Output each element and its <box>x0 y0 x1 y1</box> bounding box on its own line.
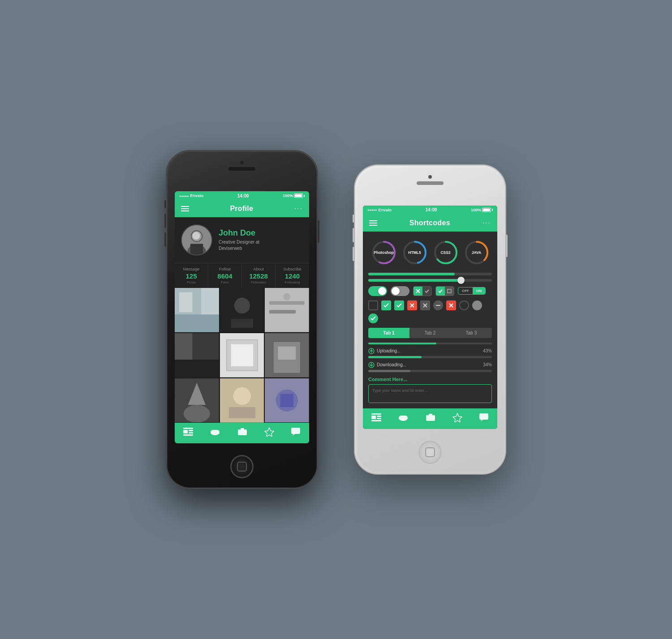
cb-x-red-1[interactable] <box>407 300 417 310</box>
circle-html5: HTML5 <box>402 240 428 266</box>
home-button-right[interactable] <box>418 441 442 464</box>
svg-marker-46 <box>265 428 274 437</box>
camera-dot-right <box>428 175 432 179</box>
nav-news-right[interactable] <box>371 413 381 424</box>
photo-7[interactable] <box>175 378 219 423</box>
action-value-fans: 8604 <box>217 272 232 280</box>
photo-grid <box>175 288 309 422</box>
svg-marker-48 <box>292 434 295 436</box>
phone-right: ●●●●● Envato 14:00 100% Shortcodes <box>354 164 506 475</box>
action-value-following: 1240 <box>285 272 300 280</box>
svg-point-78 <box>402 416 408 420</box>
mute-left[interactable] <box>164 200 166 208</box>
nav-camera-right[interactable] <box>426 413 435 424</box>
nav-chat-left[interactable] <box>291 427 301 438</box>
sliders-section <box>368 273 492 282</box>
upload-pct: 43% <box>483 348 492 353</box>
sq-toggle-1[interactable] <box>413 286 432 296</box>
vol-down-left[interactable] <box>164 232 166 247</box>
nav-cloud-left[interactable] <box>210 428 220 437</box>
action-about[interactable]: About 12528 Followers <box>242 263 276 288</box>
slider-1[interactable] <box>368 273 492 275</box>
cb-circle-gray[interactable] <box>472 300 482 310</box>
nav-camera-left[interactable] <box>237 428 247 438</box>
photo-8[interactable] <box>220 378 264 423</box>
upload-fill <box>368 356 422 358</box>
svg-point-11 <box>234 298 250 314</box>
svg-rect-35 <box>183 428 193 429</box>
power-right[interactable] <box>506 235 508 257</box>
vol-up-left[interactable] <box>164 214 166 228</box>
vol-down-right[interactable] <box>353 247 354 261</box>
slider-1-fill <box>368 273 455 275</box>
more-icon-left[interactable]: ··· <box>294 205 303 213</box>
more-icon-right[interactable]: ··· <box>482 219 491 227</box>
battery-fill-right <box>483 209 490 211</box>
tab-3[interactable]: Tab 3 <box>451 328 492 338</box>
power-left[interactable] <box>318 220 319 243</box>
onoff-toggle[interactable]: OFF ON <box>458 287 486 295</box>
shortcodes-content: Photoshop HTML5 <box>363 232 497 408</box>
upload-track <box>368 356 492 358</box>
circle-java-label: JAVA <box>472 250 481 255</box>
hamburger-icon-right[interactable] <box>369 220 377 226</box>
nav-news-left[interactable] <box>183 428 193 438</box>
toggle-round-off[interactable] <box>391 286 409 296</box>
photo-4[interactable] <box>175 333 219 377</box>
action-message[interactable]: Message 125 Posts <box>175 263 208 288</box>
svg-rect-8 <box>201 288 219 314</box>
cb-check-circle[interactable] <box>368 313 378 323</box>
action-value-posts: 125 <box>185 272 197 280</box>
time-left: 14:00 <box>237 193 249 198</box>
svg-rect-47 <box>291 428 300 434</box>
photo-3[interactable] <box>265 288 309 332</box>
nav-chat-right[interactable] <box>479 413 489 424</box>
cb-x-dark[interactable] <box>420 300 430 310</box>
tab-2[interactable]: Tab 2 <box>409 328 451 338</box>
nav-star-right[interactable] <box>452 413 462 425</box>
circle-photoshop-label: Photoshop <box>374 250 393 255</box>
photo-6[interactable] <box>265 333 309 377</box>
cb-empty[interactable] <box>368 300 378 310</box>
cb-minus[interactable] <box>433 300 443 310</box>
mute-right[interactable] <box>353 214 354 223</box>
cb-checked-1[interactable] <box>381 300 391 310</box>
onoff-on: ON <box>473 287 485 294</box>
comment-label: Comment Here... <box>368 377 492 382</box>
action-subscribe[interactable]: Subscribe 1240 Following <box>276 263 309 288</box>
action-follow[interactable]: Follow 8604 Fans <box>208 263 242 288</box>
sq-toggle-2-inactive <box>445 287 454 296</box>
speaker-left <box>228 167 255 171</box>
svg-rect-14 <box>269 301 305 305</box>
comment-input[interactable]: Type your tweet and hit enter... <box>368 384 492 403</box>
photo-5[interactable] <box>220 333 264 377</box>
signal-carrier-left: ●●●●● Envato <box>179 193 203 198</box>
vol-up-right[interactable] <box>353 228 354 242</box>
svg-rect-15 <box>269 310 296 314</box>
cb-circle-empty[interactable] <box>459 300 469 310</box>
cb-x-red-2[interactable] <box>446 300 456 310</box>
photo-1[interactable] <box>175 288 219 332</box>
svg-rect-45 <box>241 428 244 430</box>
tab-1[interactable]: Tab 1 <box>368 328 409 338</box>
circle-java-progress: JAVA <box>464 240 490 266</box>
battery-pct-left: 100% <box>283 193 293 198</box>
hamburger-icon-left[interactable] <box>181 206 189 211</box>
home-inner-right <box>425 447 435 457</box>
svg-rect-73 <box>377 416 381 417</box>
progress-bar-thin <box>368 343 492 344</box>
home-button-left[interactable] <box>230 455 254 478</box>
action-sub-followers: Followers <box>251 280 266 284</box>
toggle-thumb-1 <box>378 287 386 295</box>
slider-2-thumb <box>457 277 465 284</box>
cb-checked-2[interactable] <box>394 300 404 310</box>
nav-star-left[interactable] <box>264 427 274 439</box>
subtitle-line2: Deviserweb <box>219 246 242 251</box>
sq-toggle-2[interactable] <box>435 286 454 296</box>
slider-2[interactable] <box>368 279 492 282</box>
photo-2[interactable] <box>220 288 264 332</box>
photo-9[interactable] <box>265 378 309 423</box>
svg-rect-83 <box>479 413 488 420</box>
nav-cloud-right[interactable] <box>398 414 409 423</box>
toggle-round-on[interactable] <box>368 286 387 296</box>
